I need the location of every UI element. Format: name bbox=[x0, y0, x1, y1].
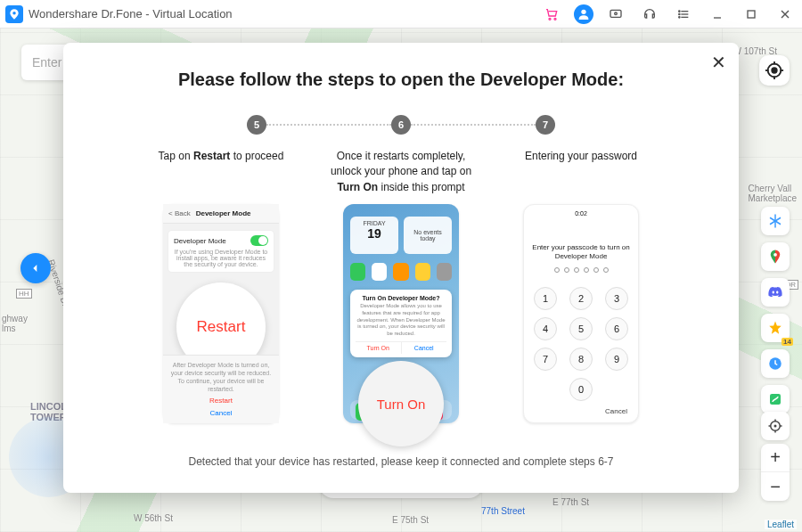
key-1: 1 bbox=[534, 287, 557, 310]
phone1-row-label: Developer Mode bbox=[174, 237, 226, 245]
calendar-widget: FRIDAY19 bbox=[350, 217, 398, 254]
titlebar-actions bbox=[540, 3, 797, 26]
keypad: 1 2 3 4 5 6 7 8 9 0 bbox=[524, 287, 638, 401]
phone1-title: Developer Mode bbox=[196, 209, 251, 217]
step-7-desc: Entering your password bbox=[505, 149, 657, 197]
step-dot-6: 6 bbox=[391, 115, 411, 135]
step-dot-5: 5 bbox=[247, 115, 266, 135]
minimize-button[interactable] bbox=[706, 3, 729, 26]
svg-point-8 bbox=[679, 11, 680, 12]
phone1-blurb: If you're using Developer Mode to instal… bbox=[175, 249, 267, 267]
titlebar: Wondershare Dr.Fone - Virtual Location bbox=[0, 0, 802, 29]
step-6-desc: Once it restarts completely, unlock your… bbox=[325, 149, 477, 197]
app-logo-icon bbox=[5, 5, 23, 23]
detected-message: Detected that your device has restarted,… bbox=[99, 455, 703, 468]
phone3-time: 0:02 bbox=[524, 205, 638, 222]
key-9: 9 bbox=[605, 348, 628, 371]
app-title: Wondershare Dr.Fone - Virtual Location bbox=[29, 7, 540, 20]
screen-icon[interactable] bbox=[604, 3, 627, 26]
svg-point-2 bbox=[581, 9, 585, 13]
key-0: 0 bbox=[569, 378, 593, 401]
step-indicator: 5 6 7 bbox=[99, 115, 703, 135]
key-empty bbox=[605, 378, 628, 401]
turn-on-prompt: Turn On Developer Mode? Developer Mode a… bbox=[350, 290, 452, 357]
modal-close-button[interactable]: ✕ bbox=[711, 52, 726, 73]
maximize-button[interactable] bbox=[740, 3, 763, 26]
step-dot-7: 7 bbox=[536, 115, 555, 135]
key-4: 4 bbox=[534, 317, 557, 340]
phone-mock-passcode: 0:02 Enter your passcode to turn onDevel… bbox=[523, 204, 639, 423]
svg-rect-12 bbox=[748, 11, 755, 18]
cart-icon[interactable] bbox=[540, 3, 563, 26]
close-button[interactable] bbox=[773, 3, 797, 26]
phone-mock-restart: < BackDeveloper Mode Developer Mode If y… bbox=[163, 204, 279, 423]
phone1-foot: After Developer Mode is turned on, your … bbox=[163, 355, 279, 423]
step-6: Once it restarts completely, unlock your… bbox=[325, 149, 477, 423]
step-5-desc: Tap on Restart to proceed bbox=[145, 149, 297, 197]
svg-point-1 bbox=[554, 18, 556, 20]
step-7: Entering your password 0:02 Enter your p… bbox=[505, 149, 657, 423]
svg-point-9 bbox=[679, 13, 680, 14]
turnon-callout: Turn On bbox=[358, 361, 444, 446]
phone1-back: < Back bbox=[168, 209, 191, 217]
menu-icon[interactable] bbox=[672, 3, 695, 26]
key-7: 7 bbox=[534, 348, 557, 371]
svg-rect-3 bbox=[610, 10, 621, 17]
phone3-msg: Enter your passcode to turn onDeveloper … bbox=[524, 243, 638, 262]
modal-title: Please follow the steps to open the Deve… bbox=[99, 70, 703, 90]
support-icon[interactable] bbox=[638, 3, 661, 26]
developer-mode-modal: ✕ Please follow the steps to open the De… bbox=[63, 43, 739, 493]
account-icon[interactable] bbox=[574, 4, 593, 24]
key-2: 2 bbox=[569, 287, 593, 310]
svg-point-4 bbox=[615, 12, 618, 15]
step-line bbox=[266, 124, 391, 126]
step-line bbox=[411, 124, 536, 126]
phone3-cancel: Cancel bbox=[605, 407, 627, 415]
phone-mock-turnon: FRIDAY19 No events today Turn On Develop… bbox=[343, 204, 459, 423]
key-3: 3 bbox=[605, 287, 628, 310]
key-5: 5 bbox=[569, 317, 593, 340]
key-6: 6 bbox=[605, 317, 628, 340]
step-5: Tap on Restart to proceed < BackDevelope… bbox=[145, 149, 297, 423]
toggle-icon bbox=[250, 235, 268, 246]
modal-overlay: ✕ Please follow the steps to open the De… bbox=[0, 29, 802, 532]
svg-point-0 bbox=[549, 18, 551, 20]
modal-back-button[interactable] bbox=[20, 253, 51, 283]
key-empty bbox=[534, 378, 557, 401]
events-widget: No events today bbox=[404, 217, 452, 254]
step-columns: Tap on Restart to proceed < BackDevelope… bbox=[99, 149, 703, 423]
key-8: 8 bbox=[569, 348, 593, 371]
svg-point-10 bbox=[679, 16, 680, 17]
passcode-dots bbox=[524, 267, 638, 273]
